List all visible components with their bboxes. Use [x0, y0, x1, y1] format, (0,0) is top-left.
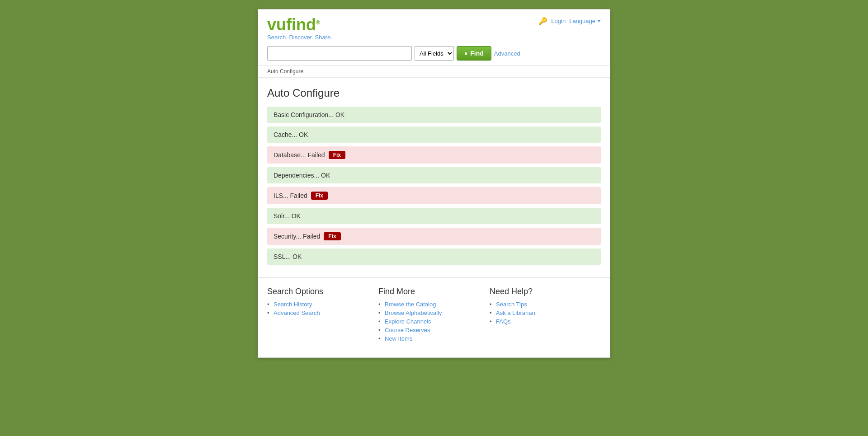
new-items-link[interactable]: New Items [385, 335, 412, 342]
status-solr: Solr... OK [267, 208, 601, 224]
fix-database-button[interactable]: Fix [329, 151, 345, 159]
logo-area: vufind® Search. Discover. Share. 🔑 Login… [267, 17, 601, 41]
status-cache-label: Cache... OK [274, 131, 308, 138]
footer-search-options-title: Search Options [267, 287, 378, 296]
status-security-label: Security... Failed [274, 233, 320, 240]
field-select[interactable]: All Fields Title Author Subject ISBN [415, 46, 454, 61]
login-icon: 🔑 [538, 17, 547, 25]
list-item-search-history: Search History [267, 301, 378, 308]
browse-alphabetically-link[interactable]: Browse Alphabetically [385, 309, 442, 316]
search-icon: ● [464, 50, 467, 56]
footer-need-help-list: Search Tips Ask a Librarian FAQs [490, 301, 601, 325]
status-dependencies: Dependencies... OK [267, 167, 601, 183]
footer-need-help-title: Need Help? [490, 287, 601, 296]
footer-need-help: Need Help? Search Tips Ask a Librarian F… [490, 287, 601, 344]
advanced-search-footer-link[interactable]: Advanced Search [274, 309, 320, 316]
list-item-faqs: FAQs [490, 318, 601, 325]
list-item-advanced-search: Advanced Search [267, 309, 378, 316]
find-label: Find [470, 50, 484, 57]
main-container: vufind® Search. Discover. Share. 🔑 Login… [258, 9, 610, 358]
status-database: Database... Failed Fix [267, 146, 601, 164]
content: Auto Configure Basic Configuration... OK… [258, 78, 610, 277]
status-dependencies-label: Dependencies... OK [274, 172, 330, 179]
list-item-search-tips: Search Tips [490, 301, 601, 308]
status-ils: ILS... Failed Fix [267, 187, 601, 204]
search-input[interactable] [267, 46, 412, 61]
search-bar: All Fields Title Author Subject ISBN ● F… [267, 46, 601, 61]
explore-channels-link[interactable]: Explore Channels [385, 318, 431, 325]
fix-ils-button[interactable]: Fix [311, 192, 328, 200]
browse-catalog-link[interactable]: Browse the Catalog [385, 301, 436, 308]
course-reserves-link[interactable]: Course Reserves [385, 327, 430, 333]
logo-section: vufind® Search. Discover. Share. [267, 17, 332, 41]
logo-tm: ® [316, 19, 320, 26]
header-right: 🔑 Login Language [538, 17, 601, 25]
status-database-label: Database... Failed [274, 151, 325, 159]
footer-search-options: Search Options Search History Advanced S… [267, 287, 378, 344]
logo-text: vufind [267, 15, 316, 34]
status-security: Security... Failed Fix [267, 228, 601, 245]
breadcrumb-text: Auto Configure [267, 68, 303, 75]
search-tips-link[interactable]: Search Tips [496, 301, 527, 308]
language-label: Language [569, 18, 595, 24]
status-basic-config: Basic Configuration... OK [267, 107, 601, 123]
header: vufind® Search. Discover. Share. 🔑 Login… [258, 9, 610, 66]
footer-find-more: Find More Browse the Catalog Browse Alph… [378, 287, 490, 344]
footer: Search Options Search History Advanced S… [258, 277, 610, 357]
footer-find-more-list: Browse the Catalog Browse Alphabetically… [378, 301, 490, 342]
login-link[interactable]: Login [551, 18, 566, 24]
search-history-link[interactable]: Search History [274, 301, 312, 308]
status-basic-config-label: Basic Configuration... OK [274, 111, 344, 118]
logo-tagline: Search. Discover. Share. [267, 34, 332, 41]
status-cache: Cache... OK [267, 127, 601, 143]
breadcrumb: Auto Configure [258, 66, 610, 78]
list-item-course-reserves: Course Reserves [378, 327, 490, 333]
page-title: Auto Configure [267, 87, 601, 99]
chevron-down-icon [597, 20, 601, 22]
faqs-link[interactable]: FAQs [496, 318, 511, 325]
footer-search-options-list: Search History Advanced Search [267, 301, 378, 316]
fix-security-button[interactable]: Fix [324, 232, 340, 240]
ask-librarian-link[interactable]: Ask a Librarian [496, 309, 535, 316]
list-item-explore-channels: Explore Channels [378, 318, 490, 325]
logo: vufind® [267, 17, 332, 33]
list-item-new-items: New Items [378, 335, 490, 342]
status-ssl-label: SSL... OK [274, 253, 302, 260]
list-item-browse-alphabetically: Browse Alphabetically [378, 309, 490, 316]
status-solr-label: Solr... OK [274, 212, 301, 220]
advanced-search-link[interactable]: Advanced [494, 50, 520, 57]
find-button[interactable]: ● Find [457, 46, 491, 61]
language-dropdown[interactable]: Language [569, 18, 601, 24]
status-ssl: SSL... OK [267, 248, 601, 265]
list-item-ask-librarian: Ask a Librarian [490, 309, 601, 316]
footer-find-more-title: Find More [378, 287, 490, 296]
list-item-browse-catalog: Browse the Catalog [378, 301, 490, 308]
status-ils-label: ILS... Failed [274, 192, 307, 199]
